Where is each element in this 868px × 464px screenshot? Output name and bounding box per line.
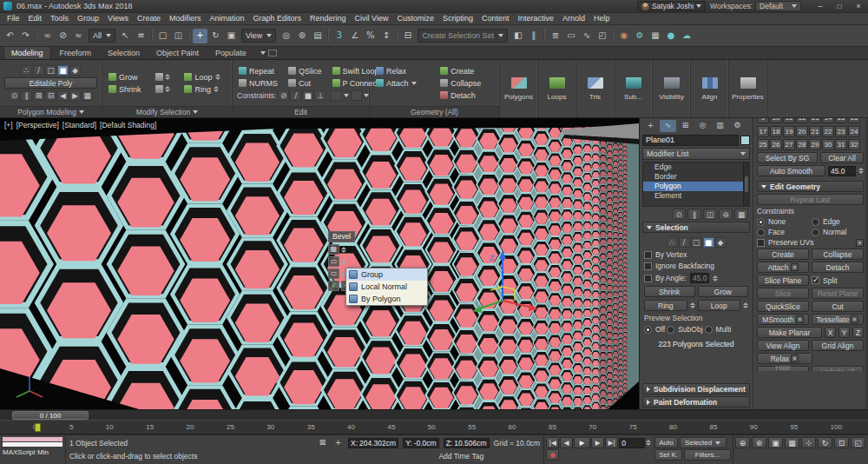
smoothing-group-button[interactable]: 9 [757,118,769,123]
spinner-control[interactable] [713,275,718,282]
nurms-button[interactable]: NURMS [237,78,279,89]
constraint-face-radio[interactable]: Face [757,228,809,236]
y-coordinate-field[interactable]: Y:-0.0cm [403,438,439,448]
editable-poly-button[interactable]: Editable Poly [4,77,97,89]
constraint-none-radio[interactable]: None [757,217,809,226]
macro-recorder-field[interactable] [3,437,62,441]
maximize-viewport-toggle-icon[interactable]: ◱ [851,437,865,448]
pin-stack-icon[interactable]: ⊙ [9,90,20,101]
select-by-sg-button[interactable]: Select By SG [757,152,818,163]
ribbon-config-icon[interactable] [268,50,277,56]
auto-smooth-field[interactable]: 45.0 [828,166,856,176]
add-time-tag[interactable]: Add Time Tag [438,452,483,461]
vertex-subobject-icon[interactable]: ∴ [667,237,678,248]
configure-modifier-sets-icon[interactable]: ▦ [82,90,93,101]
mirror-icon[interactable]: ◧ [510,29,525,43]
ring-button[interactable]: Ring [644,300,687,311]
lock-stack-icon[interactable]: ⊠ [33,90,44,101]
make-unique-icon[interactable]: ◫ [703,209,717,220]
smoothing-group-button[interactable]: 13 [809,118,821,123]
minimize-button[interactable]: – [811,0,830,12]
quickslice-button[interactable]: QuickSlice [757,301,809,312]
planar-z-button[interactable]: Z [852,327,864,338]
zoom-region-icon[interactable]: ⊡ [834,437,849,448]
grid-align-button[interactable]: Grid Align [812,340,864,351]
configure-modifier-sets-icon[interactable]: ▦ [734,209,748,220]
timeline-tick[interactable]: 90 [750,423,758,431]
hierarchy-tab-icon[interactable]: ⊞ [677,120,694,132]
next-frame-button[interactable]: ▶ [591,437,604,448]
timeline-tick[interactable]: 85 [709,423,717,431]
edit-options-icon[interactable] [351,90,362,101]
display-tab-icon[interactable]: ▥ [712,120,728,132]
tab-freeform[interactable]: Freeform [52,46,100,59]
undo-icon[interactable]: ↶ [3,29,17,43]
attach-button[interactable]: Attach [374,78,430,89]
timeline-tick[interactable]: 50 [428,423,436,431]
zoom-icon[interactable]: ⊕ [735,437,750,448]
ignore-backfacing-checkbox[interactable]: Ignore Backfacing [644,262,748,270]
close-button[interactable]: × [849,0,868,12]
curve-editor-icon[interactable]: ∿ [579,29,594,43]
selection-lock-toggle-icon[interactable]: ⊠ [317,437,328,448]
by-angle-field[interactable]: 45.0 [690,273,710,283]
next-modifier-icon[interactable]: ▶ [69,90,81,101]
preview-multi-radio[interactable]: Multi [705,325,732,334]
time-slider-track[interactable]: 0 / 100 [0,409,868,421]
frame-spinner[interactable] [646,440,651,446]
menu-item[interactable]: Group [73,13,103,24]
zoom-extents-all-icon[interactable]: ▦ [785,437,799,448]
viewport[interactable]: [+] [Perspective] [Standard] [Default Sh… [0,118,640,409]
border-subobject-icon[interactable]: □ [691,237,702,248]
pin-stack-icon[interactable]: ⊙ [672,209,686,220]
timeline-tick[interactable]: 55 [468,423,476,431]
timeline-tick[interactable]: 5 [69,423,73,431]
menu-item[interactable]: Views [103,13,133,24]
smoothing-group-button[interactable]: 14 [822,118,834,123]
grow-button[interactable]: Grow [107,72,148,83]
go-to-end-button[interactable]: ▶| [605,437,618,448]
smoothing-group-button[interactable]: 25 [757,139,769,150]
relax-settings-icon[interactable] [791,355,799,362]
auto-key-button[interactable]: Auto [654,437,677,448]
bevel-type-button[interactable]: ▦ [328,244,339,255]
spinner-control[interactable] [214,86,219,92]
planar-x-button[interactable]: X [825,327,836,338]
object-color-swatch[interactable] [740,136,750,145]
time-slider-handle[interactable]: 0 / 100 [12,411,89,420]
previous-modifier-icon[interactable]: ◀ [57,90,69,101]
preserve-uvs-checkbox[interactable]: Preserve UVs [757,238,864,247]
repeat-button[interactable]: Repeat [237,66,279,76]
timeline-tick[interactable]: 25 [227,423,234,431]
by-angle-checkbox[interactable]: By Angle: 45.0 [644,273,748,283]
smoothing-group-button[interactable]: 31 [835,139,847,150]
tessellate-button[interactable]: Tessellate [812,314,864,325]
select-and-link-icon[interactable]: ∞ [40,29,55,43]
ribbon-panel-subdivision[interactable]: Sub... [615,60,653,117]
menu-item[interactable]: File [3,13,24,24]
create-button[interactable]: Create [757,249,809,260]
menu-item[interactable]: Content [477,13,514,24]
smoothing-group-button[interactable]: 24 [848,126,860,137]
smoothing-group-button[interactable]: 22 [822,126,834,137]
menu-item[interactable]: Arnold [558,13,589,24]
bevel-ok-button[interactable]: ✓ [328,281,339,291]
subdivision-displacement-rollout-header[interactable]: Subdivision Displacement [642,383,750,394]
ribbon-minimize-caret-icon[interactable] [260,51,266,55]
select-and-move-icon[interactable]: + [193,29,207,43]
menu-item[interactable]: Scripting [438,13,477,24]
dropdown-caret-icon[interactable] [364,94,369,97]
align-icon[interactable]: ∥ [526,29,541,43]
bevel-type-spinner[interactable] [341,247,346,253]
bevel-height-spinner[interactable] [341,259,346,265]
smoothing-group-button[interactable]: 32 [848,139,860,150]
reset-plane-button[interactable]: Reset Plane [812,288,864,299]
view-align-button[interactable]: View Align [757,340,809,351]
ribbon-panel-visibility[interactable]: Visibility [653,60,691,117]
constraint-edge-radio[interactable]: Edge [812,217,864,226]
previous-frame-button[interactable]: ◀ [560,437,573,448]
smoothing-group-button[interactable]: 26 [770,139,782,150]
ribbon-panel-loops[interactable]: Loops [538,60,576,117]
named-selection-set-dropdown[interactable]: Create Selection Set [418,29,508,43]
menu-item[interactable]: Customize [392,13,438,24]
